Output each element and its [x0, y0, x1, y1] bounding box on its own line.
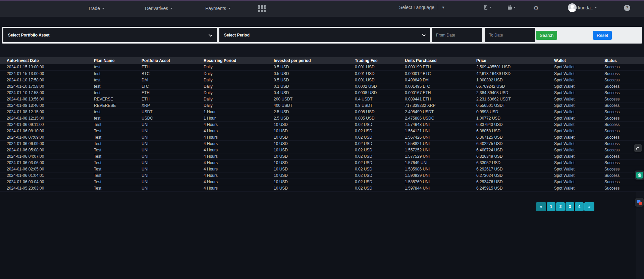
table-cell: Success	[598, 64, 644, 70]
orders-menu[interactable]	[483, 5, 492, 10]
table-cell: test	[87, 115, 135, 121]
table-cell: 6.273024 USD	[470, 172, 547, 179]
nav-menu-label: Derivatives	[145, 6, 168, 11]
table-cell: 0.4 USD	[267, 89, 348, 96]
table-cell: 1.577529 UNI	[398, 153, 470, 159]
to-date-input[interactable]	[485, 28, 535, 42]
table-cell: 1.564121 UNI	[398, 128, 470, 134]
table-cell: 1.585769 UNI	[398, 179, 470, 185]
table-cell: 10 USD	[267, 179, 348, 185]
page-button-3[interactable]: 3	[566, 202, 574, 211]
page-button-1[interactable]: 1	[547, 202, 555, 211]
table-cell: Spot Wallet	[547, 89, 598, 96]
table-cell: UNI	[135, 121, 197, 128]
table-cell: Daily	[197, 89, 267, 96]
table-cell: 42,613.16439 USD	[470, 70, 547, 77]
page-button-4[interactable]: 4	[575, 202, 584, 211]
from-date-input[interactable]	[432, 28, 482, 42]
table-cell: 0.001 USD	[348, 77, 398, 83]
table-row: 2024-01-08 13:56:00REVERSEETHDaily200 US…	[0, 96, 644, 102]
page-next-button[interactable]: »	[584, 202, 594, 211]
table-cell: 0.5 USD	[267, 64, 348, 70]
table-cell: Spot Wallet	[547, 179, 598, 185]
search-button[interactable]: Search	[536, 31, 557, 40]
table-cell: Spot Wallet	[547, 83, 598, 89]
table-cell: 6.33052 USD	[470, 159, 547, 166]
table-cell: 6.326349 USD	[470, 153, 547, 159]
nav-menu-trade[interactable]: Trade	[88, 4, 105, 12]
chevron-down-icon	[490, 7, 492, 8]
column-header: Recurring Period	[197, 57, 267, 64]
table-cell: 6.38058 USD	[470, 128, 547, 134]
chevron-down-icon	[595, 7, 597, 8]
pagination: «1234»	[536, 202, 594, 211]
nav-menu-derivatives[interactable]: Derivatives	[145, 4, 173, 12]
table-cell: 2024-01-10 17:58:00	[0, 89, 87, 96]
table-row: 2024-01-08 12:15:00testUSDC1 Hour2.5 USD…	[0, 115, 644, 121]
chatgpt-extension-icon[interactable]	[635, 170, 644, 180]
table-cell: Success	[598, 128, 644, 134]
settings-button[interactable]: ⚙	[533, 4, 539, 12]
table-cell: UNI	[135, 166, 197, 172]
table-cell: 6.402275 USD	[470, 140, 547, 147]
user-menu[interactable]: kunda..	[568, 3, 597, 12]
chevron-down-icon	[170, 8, 173, 9]
table-cell: 2024-01-06 00:04:00	[0, 179, 87, 185]
table-cell: Success	[598, 83, 644, 89]
share-arrow-extension-icon[interactable]	[634, 144, 642, 152]
period-select[interactable]: Select Period	[219, 28, 430, 42]
nav-menu-payments[interactable]: Payments	[205, 4, 231, 12]
table-cell: Test	[87, 147, 135, 153]
table-row: 2024-01-08 13:46:00REVERESEXRPDaily400 U…	[0, 102, 644, 109]
table-cell: UNI	[135, 140, 197, 147]
table-cell: Spot Wallet	[547, 159, 598, 166]
table-cell: 4 Hours	[197, 128, 267, 134]
table-cell: Spot Wallet	[547, 128, 598, 134]
portfolio-asset-select[interactable]: Select Portfolio Asset	[3, 28, 217, 42]
reset-button[interactable]: Reset	[593, 31, 612, 40]
table-cell: Spot Wallet	[547, 109, 598, 115]
table-row: 2024-01-10 17:58:00testDAIDaily0.5 USD0.…	[0, 77, 644, 83]
table-cell: 0.02 USD	[348, 166, 398, 172]
table-cell: Test	[87, 172, 135, 179]
table-cell: 0.4 USDT	[348, 96, 398, 102]
table-cell: UNI	[135, 179, 197, 185]
apps-grid-icon[interactable]	[258, 5, 266, 12]
table-cell: 0.02 USD	[348, 172, 398, 179]
table-cell: 6.408724 USD	[470, 147, 547, 153]
table-cell: UNI	[135, 172, 197, 179]
table-cell: Test	[87, 179, 135, 185]
table-cell: test	[87, 109, 135, 115]
table-cell: Spot Wallet	[547, 121, 598, 128]
table-cell: Test	[87, 185, 135, 191]
table-cell: UNI	[135, 128, 197, 134]
lock-icon	[507, 4, 512, 10]
table-cell: USDC	[135, 115, 197, 121]
security-menu[interactable]	[507, 4, 516, 10]
table-cell: Daily	[197, 83, 267, 89]
period-select-value: Select Period	[224, 33, 250, 38]
table-cell: 1.597844 UNI	[398, 185, 470, 191]
table-cell: 1.585986 UNI	[398, 166, 470, 172]
table-cell: 2.475886 USDC	[398, 115, 470, 121]
column-header: Plan Name	[87, 57, 135, 64]
chat-bubbles-extension-icon[interactable]	[635, 198, 644, 207]
language-selector[interactable]: Select Language ▼	[399, 4, 445, 10]
page-prev-button[interactable]: «	[536, 202, 546, 211]
help-button[interactable]: ?	[624, 5, 630, 11]
table-cell: UNI	[135, 153, 197, 159]
table-cell: Spot Wallet	[547, 166, 598, 172]
table-row: 2024-01-10 17:58:00testETHDaily0.4 USD0.…	[0, 89, 644, 96]
table-cell: 6.245915 USD	[470, 185, 547, 191]
page-button-2[interactable]: 2	[556, 202, 565, 211]
table-cell: Success	[598, 159, 644, 166]
table-cell: 2024-01-08 13:46:00	[0, 102, 87, 109]
table-cell: Spot Wallet	[547, 147, 598, 153]
chevron-down-icon	[514, 7, 516, 8]
table-cell: Success	[598, 96, 644, 102]
table-row: 2024-01-05 23:03:00TestUNI4 Hours10 USD0…	[0, 185, 644, 191]
table-cell: Success	[598, 121, 644, 128]
table-row: 2024-01-08 12:15:00testUSDT1 Hour2.5 USD…	[0, 109, 644, 115]
table-cell: 400 USDT	[267, 102, 348, 109]
table-cell: REVERESE	[87, 102, 135, 109]
